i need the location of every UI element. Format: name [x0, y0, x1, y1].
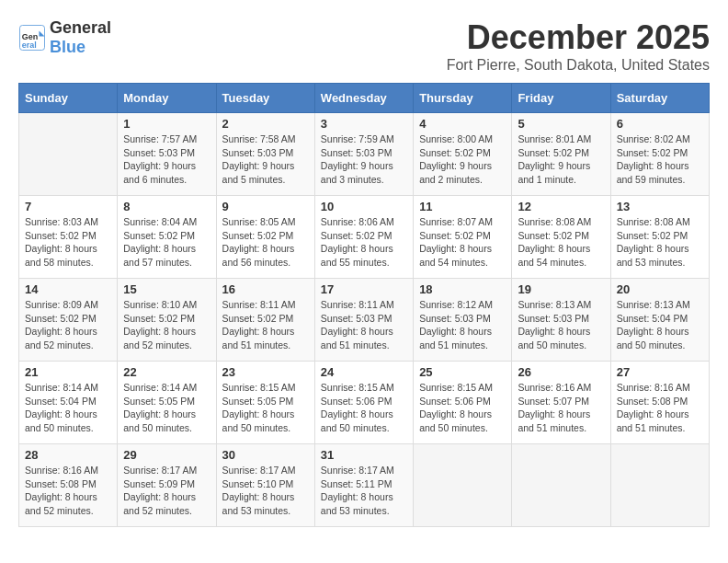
- calendar-cell: 13Sunrise: 8:08 AM Sunset: 5:02 PM Dayli…: [610, 196, 709, 279]
- calendar-cell: 16Sunrise: 8:11 AM Sunset: 5:02 PM Dayli…: [216, 279, 314, 362]
- day-number: 8: [123, 200, 210, 213]
- day-info: Sunrise: 8:17 AM Sunset: 5:09 PM Dayligh…: [123, 464, 210, 518]
- day-info: Sunrise: 8:04 AM Sunset: 5:02 PM Dayligh…: [123, 215, 210, 270]
- calendar-cell: 30Sunrise: 8:17 AM Sunset: 5:10 PM Dayli…: [216, 444, 314, 527]
- day-number: 13: [617, 200, 703, 213]
- calendar-cell: 19Sunrise: 8:13 AM Sunset: 5:03 PM Dayli…: [512, 279, 610, 362]
- day-info: Sunrise: 8:15 AM Sunset: 5:06 PM Dayligh…: [419, 381, 506, 435]
- calendar-week-row: 28Sunrise: 8:16 AM Sunset: 5:08 PM Dayli…: [19, 444, 710, 527]
- day-info: Sunrise: 8:17 AM Sunset: 5:11 PM Dayligh…: [321, 464, 407, 518]
- calendar-cell: 3Sunrise: 7:59 AM Sunset: 5:03 PM Daylig…: [314, 113, 413, 196]
- calendar-cell: 10Sunrise: 8:06 AM Sunset: 5:02 PM Dayli…: [314, 196, 413, 279]
- day-number: 18: [419, 282, 506, 296]
- day-info: Sunrise: 8:05 AM Sunset: 5:02 PM Dayligh…: [222, 215, 309, 270]
- day-number: 28: [25, 448, 111, 462]
- day-of-week-header: Thursday: [414, 84, 512, 113]
- calendar-cell: 25Sunrise: 8:15 AM Sunset: 5:06 PM Dayli…: [414, 362, 512, 444]
- calendar-body: 1Sunrise: 7:57 AM Sunset: 5:03 PM Daylig…: [19, 113, 710, 527]
- calendar-cell: [512, 444, 610, 527]
- day-number: 25: [419, 365, 506, 379]
- day-info: Sunrise: 8:03 AM Sunset: 5:02 PM Dayligh…: [25, 215, 111, 270]
- day-number: 23: [222, 365, 309, 379]
- day-info: Sunrise: 8:15 AM Sunset: 5:05 PM Dayligh…: [222, 381, 309, 435]
- calendar-cell: 12Sunrise: 8:08 AM Sunset: 5:02 PM Dayli…: [512, 196, 610, 279]
- calendar-cell: 11Sunrise: 8:07 AM Sunset: 5:02 PM Dayli…: [414, 196, 512, 279]
- day-number: 29: [123, 448, 210, 462]
- day-number: 1: [123, 117, 210, 131]
- day-number: 7: [25, 200, 111, 213]
- day-of-week-header: Wednesday: [314, 84, 413, 113]
- calendar-cell: 22Sunrise: 8:14 AM Sunset: 5:05 PM Dayli…: [118, 362, 216, 444]
- day-info: Sunrise: 8:01 AM Sunset: 5:02 PM Dayligh…: [518, 132, 604, 187]
- calendar-week-row: 1Sunrise: 7:57 AM Sunset: 5:03 PM Daylig…: [19, 113, 710, 196]
- day-number: 14: [25, 282, 111, 296]
- calendar-cell: 1Sunrise: 7:57 AM Sunset: 5:03 PM Daylig…: [118, 113, 216, 196]
- day-info: Sunrise: 8:09 AM Sunset: 5:02 PM Dayligh…: [25, 298, 111, 352]
- day-info: Sunrise: 8:17 AM Sunset: 5:10 PM Dayligh…: [222, 464, 309, 518]
- title-section: December 2025 Fort Pierre, South Dakota,…: [447, 18, 710, 74]
- day-info: Sunrise: 8:15 AM Sunset: 5:06 PM Dayligh…: [321, 381, 407, 435]
- calendar-cell: 9Sunrise: 8:05 AM Sunset: 5:02 PM Daylig…: [216, 196, 314, 279]
- day-info: Sunrise: 8:11 AM Sunset: 5:02 PM Dayligh…: [222, 298, 309, 352]
- calendar-cell: 29Sunrise: 8:17 AM Sunset: 5:09 PM Dayli…: [118, 444, 216, 527]
- day-number: 26: [518, 365, 604, 379]
- day-number: 24: [321, 365, 407, 379]
- logo-icon: Gen eral: [18, 24, 46, 52]
- day-of-week-header: Sunday: [19, 84, 118, 113]
- calendar-cell: 5Sunrise: 8:01 AM Sunset: 5:02 PM Daylig…: [512, 113, 610, 196]
- day-number: 22: [123, 365, 210, 379]
- calendar-cell: 15Sunrise: 8:10 AM Sunset: 5:02 PM Dayli…: [118, 279, 216, 362]
- calendar-cell: 26Sunrise: 8:16 AM Sunset: 5:07 PM Dayli…: [512, 362, 610, 444]
- day-info: Sunrise: 8:14 AM Sunset: 5:05 PM Dayligh…: [123, 381, 210, 435]
- calendar-cell: 31Sunrise: 8:17 AM Sunset: 5:11 PM Dayli…: [314, 444, 413, 527]
- logo-general: General: [50, 18, 111, 37]
- day-info: Sunrise: 8:07 AM Sunset: 5:02 PM Dayligh…: [419, 215, 506, 270]
- calendar-cell: 14Sunrise: 8:09 AM Sunset: 5:02 PM Dayli…: [19, 279, 118, 362]
- day-number: 9: [222, 200, 309, 213]
- calendar-week-row: 21Sunrise: 8:14 AM Sunset: 5:04 PM Dayli…: [19, 362, 710, 444]
- calendar-cell: 2Sunrise: 7:58 AM Sunset: 5:03 PM Daylig…: [216, 113, 314, 196]
- day-info: Sunrise: 8:00 AM Sunset: 5:02 PM Dayligh…: [419, 132, 506, 187]
- calendar-cell: 18Sunrise: 8:12 AM Sunset: 5:03 PM Dayli…: [414, 279, 512, 362]
- calendar-cell: 27Sunrise: 8:16 AM Sunset: 5:08 PM Dayli…: [610, 362, 709, 444]
- day-of-week-header: Tuesday: [216, 84, 314, 113]
- day-number: 10: [321, 200, 407, 213]
- calendar-cell: 8Sunrise: 8:04 AM Sunset: 5:02 PM Daylig…: [118, 196, 216, 279]
- day-of-week-header: Monday: [118, 84, 216, 113]
- day-number: 17: [321, 282, 407, 296]
- day-number: 27: [617, 365, 703, 379]
- day-info: Sunrise: 8:08 AM Sunset: 5:02 PM Dayligh…: [617, 215, 703, 270]
- day-number: 15: [123, 282, 210, 296]
- day-info: Sunrise: 8:13 AM Sunset: 5:03 PM Dayligh…: [518, 298, 604, 352]
- day-info: Sunrise: 8:16 AM Sunset: 5:08 PM Dayligh…: [617, 381, 703, 435]
- day-of-week-header: Saturday: [610, 84, 709, 113]
- day-info: Sunrise: 8:14 AM Sunset: 5:04 PM Dayligh…: [25, 381, 111, 435]
- day-number: 12: [518, 200, 604, 213]
- calendar-cell: 7Sunrise: 8:03 AM Sunset: 5:02 PM Daylig…: [19, 196, 118, 279]
- day-info: Sunrise: 8:11 AM Sunset: 5:03 PM Dayligh…: [321, 298, 407, 352]
- logo-blue: Blue: [50, 38, 85, 56]
- day-number: 30: [222, 448, 309, 462]
- day-info: Sunrise: 7:58 AM Sunset: 5:03 PM Dayligh…: [222, 132, 309, 187]
- logo-text: General Blue: [50, 18, 111, 57]
- calendar-cell: 17Sunrise: 8:11 AM Sunset: 5:03 PM Dayli…: [314, 279, 413, 362]
- calendar-cell: [414, 444, 512, 527]
- day-info: Sunrise: 8:16 AM Sunset: 5:07 PM Dayligh…: [518, 381, 604, 435]
- day-number: 5: [518, 117, 604, 131]
- calendar-cell: 21Sunrise: 8:14 AM Sunset: 5:04 PM Dayli…: [19, 362, 118, 444]
- calendar-cell: 6Sunrise: 8:02 AM Sunset: 5:02 PM Daylig…: [610, 113, 709, 196]
- days-of-week-row: SundayMondayTuesdayWednesdayThursdayFrid…: [19, 84, 710, 113]
- day-number: 11: [419, 200, 506, 213]
- day-info: Sunrise: 8:13 AM Sunset: 5:04 PM Dayligh…: [617, 298, 703, 352]
- day-number: 20: [617, 282, 703, 296]
- calendar-week-row: 7Sunrise: 8:03 AM Sunset: 5:02 PM Daylig…: [19, 196, 710, 279]
- day-info: Sunrise: 8:16 AM Sunset: 5:08 PM Dayligh…: [25, 464, 111, 518]
- calendar-cell: 20Sunrise: 8:13 AM Sunset: 5:04 PM Dayli…: [610, 279, 709, 362]
- calendar-cell: 24Sunrise: 8:15 AM Sunset: 5:06 PM Dayli…: [314, 362, 413, 444]
- day-number: 2: [222, 117, 309, 131]
- calendar-week-row: 14Sunrise: 8:09 AM Sunset: 5:02 PM Dayli…: [19, 279, 710, 362]
- day-info: Sunrise: 8:10 AM Sunset: 5:02 PM Dayligh…: [123, 298, 210, 352]
- page-header: Gen eral General Blue December 2025 Fort…: [18, 18, 710, 74]
- day-number: 6: [617, 117, 703, 131]
- calendar-table: SundayMondayTuesdayWednesdayThursdayFrid…: [18, 83, 710, 527]
